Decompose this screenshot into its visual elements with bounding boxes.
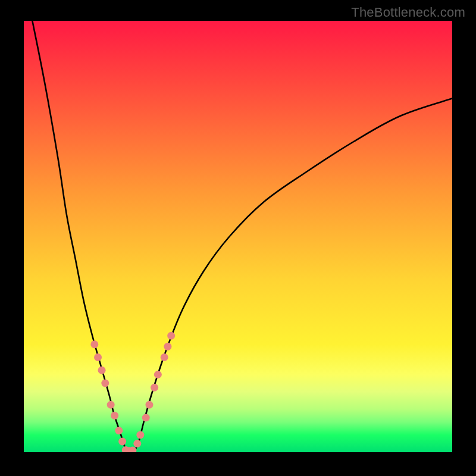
series-lines <box>32 21 452 452</box>
data-marker <box>94 353 102 361</box>
data-marker <box>136 431 144 439</box>
chart-svg <box>24 21 452 452</box>
data-marker <box>90 340 98 348</box>
data-marker <box>118 437 126 445</box>
chart-frame: TheBottleneck.com <box>0 0 476 476</box>
data-marker <box>111 412 118 419</box>
data-marker <box>161 353 168 361</box>
watermark-text: TheBottleneck.com <box>351 5 465 20</box>
data-marker <box>98 367 106 374</box>
data-marker <box>151 384 158 392</box>
series-markers <box>90 332 175 452</box>
data-marker <box>101 380 109 387</box>
plot-area <box>24 21 452 452</box>
data-marker <box>167 332 175 340</box>
series-right-curve <box>135 99 452 450</box>
data-marker <box>115 427 123 434</box>
data-marker <box>142 414 150 422</box>
data-marker <box>154 371 162 378</box>
series-left-curve <box>32 21 126 450</box>
data-marker <box>164 343 171 350</box>
data-marker <box>133 440 141 447</box>
data-marker <box>107 401 115 409</box>
data-marker <box>145 401 153 409</box>
